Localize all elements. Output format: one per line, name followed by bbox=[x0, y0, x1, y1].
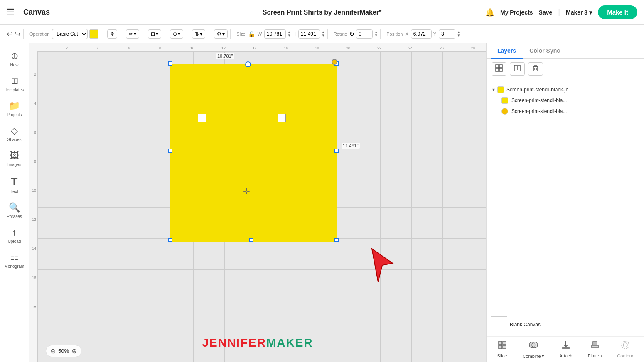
redo-button[interactable]: ↪ bbox=[15, 29, 21, 39]
sidebar-item-templates[interactable]: ⊞ Templates bbox=[2, 72, 27, 95]
layer-item-2[interactable]: Screen-print-stencil-bla... bbox=[490, 106, 641, 117]
tab-color-sync[interactable]: Color Sync bbox=[523, 43, 567, 59]
sidebar-item-upload[interactable]: ↑ Upload bbox=[2, 224, 27, 247]
sidebar-item-new[interactable]: ⊕ New bbox=[2, 47, 27, 71]
group-color-swatch bbox=[497, 86, 504, 93]
operation-color-swatch[interactable] bbox=[89, 29, 98, 39]
x-input[interactable] bbox=[411, 29, 432, 39]
yellow-rect[interactable] bbox=[170, 64, 337, 242]
width-spinner: ▲ ▼ bbox=[288, 31, 291, 37]
align-group: ⊟ ▾ bbox=[145, 29, 164, 39]
sidebar-item-phrases[interactable]: 🔍 Phrases bbox=[2, 199, 27, 222]
pos-down-btn[interactable]: ▼ bbox=[457, 34, 460, 37]
deselect-button[interactable]: ✥ bbox=[107, 29, 117, 39]
ruler-mark-v16: 16 bbox=[32, 276, 36, 280]
size-label: Size bbox=[236, 32, 245, 37]
group-layers-button[interactable] bbox=[492, 62, 506, 76]
handle-bm[interactable] bbox=[249, 238, 253, 242]
arrange-button[interactable]: ⊕ ▾ bbox=[170, 29, 183, 39]
y-input[interactable] bbox=[439, 29, 455, 39]
align-button[interactable]: ⊟ ▾ bbox=[148, 29, 161, 39]
zoom-in-button[interactable]: ⊕ bbox=[71, 347, 77, 355]
height-input[interactable] bbox=[298, 29, 320, 39]
nav-separator: | bbox=[558, 8, 560, 17]
attach-label: Attach bbox=[560, 353, 573, 358]
flatten-button[interactable]: Flatten bbox=[588, 340, 602, 359]
svg-rect-13 bbox=[499, 345, 502, 349]
panel-actions bbox=[487, 59, 644, 79]
layer-group-header-1[interactable]: ▾ Screen-print-stencil-blank-je... bbox=[490, 84, 641, 95]
flip-group: ⇅ ▾ bbox=[189, 29, 208, 39]
combine-button[interactable]: Combine ▾ bbox=[523, 340, 544, 359]
arrange-group: ⊕ ▾ bbox=[167, 29, 186, 39]
handle-br[interactable] bbox=[334, 238, 339, 242]
lock-icon[interactable]: 🔒 bbox=[248, 31, 255, 37]
bell-button[interactable]: 🔔 bbox=[485, 8, 494, 17]
slice-button[interactable]: Slice bbox=[497, 340, 507, 359]
position-spinner: ▲ ▼ bbox=[457, 31, 460, 37]
width-down-btn[interactable]: ▼ bbox=[288, 34, 291, 37]
undo-redo-group: ↩ ↪ bbox=[4, 29, 24, 39]
sidebar-left: ⊕ New ⊞ Templates 📁 Projects ◇ Shapes 🖼 … bbox=[0, 43, 29, 362]
blank-canvas-preview[interactable] bbox=[491, 316, 507, 333]
contour-button[interactable]: Contour bbox=[617, 340, 633, 359]
sidebar-item-projects[interactable]: 📁 Projects bbox=[2, 97, 27, 120]
ruler-mark-14: 14 bbox=[253, 46, 257, 50]
sidebar-item-text[interactable]: T Text bbox=[2, 172, 27, 197]
flip-icon: ⇅ bbox=[195, 31, 199, 37]
tab-layers[interactable]: Layers bbox=[491, 43, 523, 59]
save-button[interactable]: Save bbox=[539, 9, 553, 16]
canvas-area[interactable]: 2 4 6 8 10 12 14 16 18 20 22 24 26 28 2 … bbox=[29, 43, 486, 362]
group-chevron: ▾ bbox=[492, 87, 495, 93]
rotate-input[interactable] bbox=[356, 29, 373, 39]
layer-group-1: ▾ Screen-print-stencil-blank-je... Scree… bbox=[487, 83, 644, 118]
offset-button[interactable]: ⚙ ▾ bbox=[214, 29, 228, 39]
handle-bl[interactable] bbox=[168, 238, 172, 242]
layer-item-1[interactable]: Screen-print-stencil-bla... bbox=[490, 95, 641, 106]
make-it-button[interactable]: Make It bbox=[598, 5, 637, 19]
red-cursor bbox=[370, 247, 395, 284]
handle-tm[interactable] bbox=[245, 61, 251, 67]
deselect-group: ✥ bbox=[105, 29, 120, 39]
contour-icon bbox=[620, 340, 630, 352]
attach-button[interactable]: Attach bbox=[560, 340, 573, 359]
inner-handle-left[interactable] bbox=[198, 114, 206, 122]
ruler-mark-v6: 6 bbox=[34, 130, 36, 135]
zoom-out-button[interactable]: ⊖ bbox=[50, 347, 56, 355]
sidebar-item-monogram[interactable]: ⚏ Monogram bbox=[2, 249, 27, 272]
align-icon: ⊟ bbox=[151, 31, 155, 37]
flip-button[interactable]: ⇅ ▾ bbox=[192, 29, 205, 39]
handle-ml[interactable] bbox=[168, 149, 172, 153]
projects-icon: 📁 bbox=[9, 100, 20, 111]
width-input[interactable] bbox=[264, 29, 286, 39]
menu-button[interactable]: ☰ bbox=[7, 7, 15, 18]
my-projects-button[interactable]: My Projects bbox=[500, 9, 533, 16]
ruler-top: 2 4 6 8 10 12 14 16 18 20 22 24 26 28 bbox=[37, 43, 486, 51]
handle-mr[interactable] bbox=[334, 149, 339, 153]
inner-handle-right[interactable] bbox=[278, 114, 286, 122]
handle-tl[interactable] bbox=[168, 61, 172, 66]
main-body: ⊕ New ⊞ Templates 📁 Projects ◇ Shapes 🖼 … bbox=[0, 43, 644, 362]
slice-label: Slice bbox=[497, 353, 507, 358]
add-layer-button[interactable] bbox=[510, 62, 525, 76]
flatten-label: Flatten bbox=[588, 353, 602, 358]
new-icon: ⊕ bbox=[11, 51, 18, 61]
edit-button[interactable]: ✏ ▾ bbox=[126, 29, 139, 39]
sidebar-item-images[interactable]: 🖼 Images bbox=[2, 147, 27, 170]
svg-rect-11 bbox=[499, 341, 502, 345]
svg-rect-2 bbox=[499, 65, 502, 68]
sidebar-label-monogram: Monogram bbox=[5, 264, 25, 269]
machine-selector[interactable]: Maker 3 ▾ bbox=[566, 9, 592, 16]
combine-label: Combine bbox=[523, 354, 541, 359]
layer-color-1 bbox=[501, 97, 508, 104]
delete-layer-button[interactable] bbox=[528, 62, 543, 76]
sidebar-item-shapes[interactable]: ◇ Shapes bbox=[2, 122, 27, 145]
rotation-handle[interactable] bbox=[332, 59, 337, 65]
ruler-mark-24: 24 bbox=[408, 46, 413, 50]
rotate-down-btn[interactable]: ▼ bbox=[374, 34, 378, 37]
operation-select[interactable]: Basic Cut bbox=[52, 29, 88, 39]
height-down-btn[interactable]: ▼ bbox=[322, 34, 325, 37]
undo-button[interactable]: ↩ bbox=[7, 29, 13, 39]
sidebar-label-images: Images bbox=[7, 162, 21, 167]
flatten-icon bbox=[590, 340, 600, 352]
